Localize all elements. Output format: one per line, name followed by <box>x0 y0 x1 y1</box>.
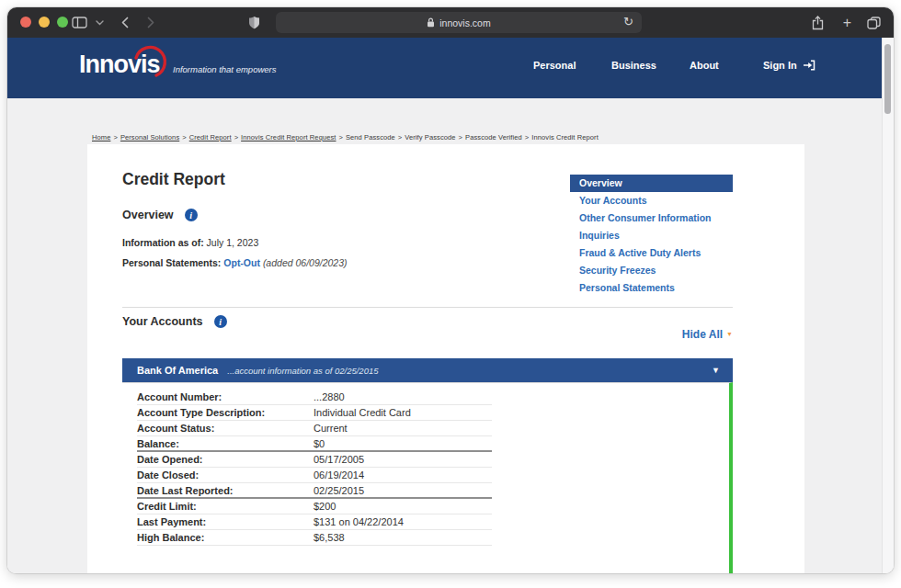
row-value: 05/17/2005 <box>314 454 492 465</box>
breadcrumb-separator: > <box>234 133 238 141</box>
section-nav-overview[interactable]: Overview <box>570 175 733 192</box>
row-label: Account Type Description: <box>137 407 314 418</box>
sign-in-arrow-icon <box>803 60 815 71</box>
table-row: Date Opened:05/17/2005 <box>137 452 492 468</box>
opt-out-link[interactable]: Opt-Out <box>223 257 260 268</box>
overview-info-icon[interactable]: i <box>185 209 198 221</box>
account-detail-body: Account Number:...2880 Account Type Desc… <box>122 382 733 573</box>
row-value: 06/19/2014 <box>314 469 492 481</box>
breadcrumb-credit-report[interactable]: Credit Report <box>189 133 232 141</box>
hide-all-label: Hide All <box>682 328 723 341</box>
section-divider <box>122 307 733 308</box>
sidebar-toggle-icon[interactable] <box>72 7 87 38</box>
share-icon[interactable] <box>812 7 824 38</box>
address-bar[interactable]: innovis.com ↻ <box>276 12 642 33</box>
scrollbar-track[interactable] <box>882 38 894 573</box>
zoom-window-button[interactable] <box>57 17 68 28</box>
personal-statements-line: Personal Statements: Opt-Out (added 06/0… <box>122 257 348 268</box>
logo-swoosh-icon <box>130 42 170 83</box>
row-value: ...2880 <box>314 391 492 402</box>
row-label: Balance: <box>137 438 314 449</box>
sign-in-button[interactable]: Sign In <box>763 60 815 71</box>
account-subtitle: ...account information as of 02/25/2015 <box>227 366 378 376</box>
scrollbar-thumb[interactable] <box>884 44 891 114</box>
tab-overview-icon[interactable] <box>867 7 881 38</box>
row-value: Current <box>314 423 492 434</box>
hide-all-button[interactable]: Hide All▼ <box>682 328 733 341</box>
table-row: Account Number:...2880 <box>137 390 492 405</box>
row-label: Account Status: <box>137 423 314 434</box>
breadcrumb-send-passcode: Send Passcode <box>346 133 395 141</box>
breadcrumb-separator: > <box>459 133 462 141</box>
personal-statements-label: Personal Statements: <box>122 257 221 268</box>
breadcrumb-innovis-credit-report: Innovis Credit Report <box>531 133 599 141</box>
content-card: Credit Report Overview i Information as … <box>87 144 804 573</box>
forward-button[interactable] <box>147 7 154 38</box>
nav-personal[interactable]: Personal <box>533 60 576 71</box>
nav-business[interactable]: Business <box>611 60 656 71</box>
account-header[interactable]: Bank Of America ...account information a… <box>122 358 733 382</box>
breadcrumb-personal-solutions[interactable]: Personal Solutions <box>120 133 179 141</box>
sidebar-chevron-down-icon[interactable] <box>96 7 104 38</box>
row-label: Date Closed: <box>137 469 314 481</box>
site-header: Innovis Information that empowers Person… <box>7 38 894 98</box>
row-value: 02/25/2015 <box>314 485 492 496</box>
breadcrumb: Home>Personal Solutions>Credit Report>In… <box>92 133 599 141</box>
nav-about[interactable]: About <box>690 60 719 71</box>
row-value: Individual Credit Card <box>314 407 492 418</box>
report-section-nav: Overview Your Accounts Other Consumer In… <box>570 175 733 297</box>
breadcrumb-verify-passcode: Verify Passcode <box>405 133 455 141</box>
account-card-bank-of-america: Bank Of America ...account information a… <box>122 358 733 573</box>
breadcrumb-separator: > <box>338 133 342 141</box>
logo-tagline: Information that empowers <box>173 64 276 74</box>
information-as-of-label: Information as of: <box>122 237 204 248</box>
window-controls <box>20 17 68 28</box>
table-row: Credit Limit:$200 <box>137 499 492 514</box>
breadcrumb-separator: > <box>525 133 529 141</box>
section-nav-personal-statements[interactable]: Personal Statements <box>570 279 733 297</box>
row-value: $6,538 <box>314 532 492 543</box>
section-nav-security-freezes[interactable]: Security Freezes <box>570 262 733 279</box>
minimize-window-button[interactable] <box>39 17 50 28</box>
row-label: Credit Limit: <box>137 501 314 512</box>
close-window-button[interactable] <box>20 17 31 28</box>
section-nav-other-consumer-information[interactable]: Other Consumer Information <box>570 209 733 227</box>
section-nav-your-accounts[interactable]: Your Accounts <box>570 192 733 209</box>
lock-icon <box>427 17 435 28</box>
table-row: Date Closed:06/19/2014 <box>137 468 492 483</box>
breadcrumb-separator: > <box>182 133 186 141</box>
overview-heading: Overview <box>122 209 174 221</box>
row-label: Date Last Reported: <box>137 485 314 496</box>
breadcrumb-separator: > <box>398 133 402 141</box>
row-label: Date Opened: <box>137 454 314 465</box>
table-row: Last Payment:$131 on 04/22/2014 <box>137 514 492 530</box>
reload-icon[interactable]: ↻ <box>623 15 633 28</box>
privacy-shield-icon[interactable] <box>248 7 260 38</box>
breadcrumb-home[interactable]: Home <box>92 133 110 141</box>
account-detail-table: Account Number:...2880 Account Type Desc… <box>137 390 492 546</box>
row-label: Account Number: <box>137 391 314 402</box>
row-value: $131 on 04/22/2014 <box>314 516 492 527</box>
breadcrumb-passcode-verified: Passcode Verified <box>465 133 522 141</box>
row-label: High Balance: <box>137 532 314 543</box>
page-title: Credit Report <box>122 170 225 189</box>
browser-toolbar: innovis.com ↻ + <box>7 7 894 38</box>
table-row: Balance:$0 <box>137 436 492 452</box>
sign-in-label: Sign In <box>763 60 797 71</box>
back-button[interactable] <box>121 7 129 38</box>
section-nav-fraud-alerts[interactable]: Fraud & Active Duty Alerts <box>570 244 733 262</box>
table-row: High Balance:$6,538 <box>137 530 492 546</box>
table-row: Account Type Description:Individual Cred… <box>137 405 492 421</box>
information-as-of-line: Information as of: July 1, 2023 <box>122 237 258 248</box>
breadcrumb-separator: > <box>113 133 117 141</box>
table-row: Date Last Reported:02/25/2015 <box>137 483 492 499</box>
row-value: $0 <box>314 438 492 449</box>
row-value: $200 <box>314 501 492 512</box>
section-nav-inquiries[interactable]: Inquiries <box>570 227 733 244</box>
new-tab-icon[interactable]: + <box>843 7 851 38</box>
page-body: Home>Personal Solutions>Credit Report>In… <box>7 98 894 573</box>
account-collapse-caret-icon[interactable]: ▼ <box>712 366 720 375</box>
your-accounts-info-icon[interactable]: i <box>214 315 227 328</box>
breadcrumb-report-request[interactable]: Innovis Credit Report Request <box>241 133 336 141</box>
account-name: Bank Of America <box>137 365 218 376</box>
